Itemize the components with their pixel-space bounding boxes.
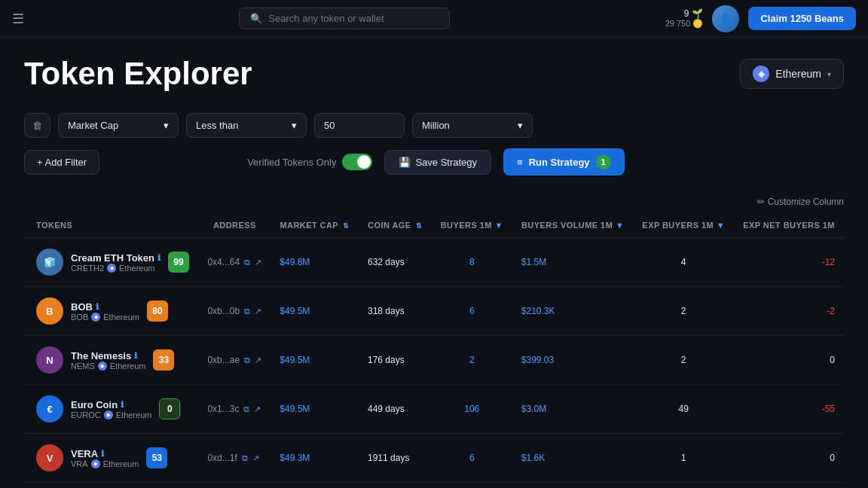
token-address: 0x1...3c ⧉ ↗ (198, 385, 270, 434)
unit-chevron: ▾ (518, 120, 523, 131)
table-row: 🧊 Cream ETH Token ℹ CRETH2 ◆ Ethereum 99 (24, 238, 844, 287)
info-icon[interactable]: ℹ (157, 253, 160, 263)
col-buyers[interactable]: BUYERS 1M ▼ (432, 213, 512, 238)
external-link-icon[interactable]: ↗ (254, 404, 261, 414)
add-filter-button[interactable]: + Add Filter (24, 150, 99, 175)
external-link-icon[interactable]: ↗ (255, 258, 261, 267)
condition-chevron: ▾ (292, 120, 297, 131)
info-icon[interactable]: ℹ (121, 400, 124, 410)
network-label: Ethereum (775, 68, 821, 80)
value-input[interactable] (314, 113, 405, 138)
search-icon: 🔍 (250, 13, 262, 24)
token-symbol: NEMS ◆ Ethereum (71, 361, 145, 371)
net-buyers-value: 0 (734, 336, 844, 385)
token-name: Cream ETH Token ℹ (71, 252, 160, 264)
copy-icon[interactable]: ⧉ (244, 307, 250, 316)
page-title: Token Explorer (24, 56, 252, 92)
eth-network-icon: ◆ (98, 361, 107, 371)
external-link-icon[interactable]: ↗ (255, 355, 261, 365)
table-row: N The Nemesis ℹ NEMS ◆ Ethereum 33 0xb (24, 336, 844, 385)
run-strategy-button[interactable]: ≡ Run Strategy 1 (503, 148, 625, 175)
coin-age-value: 449 days (359, 385, 432, 434)
token-cell: N The Nemesis ℹ NEMS ◆ Ethereum 33 (24, 336, 198, 385)
verified-toggle[interactable] (342, 154, 372, 170)
token-score: 0 (159, 398, 180, 419)
col-coin-age: COIN AGE ⇅ (359, 213, 432, 238)
token-name: Euro Coin ℹ (71, 399, 151, 410)
copy-icon[interactable]: ⧉ (243, 404, 249, 414)
token-name-wrap: BOB ℹ BOB ◆ Ethereum (71, 301, 139, 322)
token-logo: N (36, 346, 63, 374)
beans-count: 9 🌱 (684, 8, 704, 19)
copy-icon[interactable]: ⧉ (244, 355, 250, 365)
table-header-row: TOKENS ADDRESS MARKET CAP ⇅ COIN AGE ⇅ B… (24, 213, 844, 238)
token-name-wrap: VERA ℹ VRA ◆ Ethereum (71, 448, 139, 468)
table-row: B BOB ℹ BOB ◆ Ethereum 80 0xb...0b (24, 287, 844, 336)
address-value: 0xb...0b (207, 306, 240, 316)
condition-label: Less than (196, 120, 238, 131)
col-buyers-vol[interactable]: BUYERS VOLUME 1M ▼ (512, 213, 633, 238)
beans-points: 29 750 🪙 (665, 19, 704, 29)
buyers-value: 6 (432, 434, 512, 483)
token-cell: € Euro Coin ℹ EUROC ◆ Ethereum 0 (24, 385, 198, 434)
claim-button[interactable]: Claim 1250 Beans (748, 7, 856, 30)
header: ☰ 🔍 9 🌱 29 750 🪙 👤 Claim 1250 Beans (0, 0, 868, 38)
points-icon: 🪙 (692, 19, 703, 28)
token-score: 80 (147, 300, 168, 322)
eth-network-icon: ◆ (91, 313, 100, 322)
delete-filter-button[interactable]: 🗑 (24, 113, 50, 138)
market-cap-value: $49.5M (270, 336, 359, 385)
unit-filter[interactable]: Million ▾ (412, 113, 533, 138)
token-logo: B (36, 297, 63, 325)
run-label: Run Strategy (529, 157, 590, 168)
market-cap-filter[interactable]: Market Cap ▾ (58, 113, 179, 138)
exp-buyers-value: 4 (633, 238, 734, 287)
token-symbol: VRA ◆ Ethereum (71, 459, 139, 468)
avatar[interactable]: 👤 (712, 5, 739, 32)
token-cell: 🧊 Cream ETH Token ℹ CRETH2 ◆ Ethereum 99 (24, 238, 198, 287)
buyers-value: 6 (432, 287, 512, 336)
external-link-icon[interactable]: ↗ (255, 307, 261, 316)
token-name-wrap: Euro Coin ℹ EUROC ◆ Ethereum (71, 399, 151, 419)
customize-columns-button[interactable]: ✏ Customize Column (24, 197, 844, 207)
header-left: ☰ (12, 11, 24, 27)
eth-network-icon: ◆ (91, 459, 100, 468)
market-cap-value: $49.8M (270, 238, 359, 287)
coin-age-value: 1911 days (359, 434, 432, 483)
address-value: 0x4...64 (207, 257, 240, 267)
bean-icon: 🌱 (692, 8, 703, 19)
info-icon[interactable]: ℹ (101, 449, 104, 459)
network-selector[interactable]: ◆ Ethereum ▾ (740, 59, 844, 89)
copy-icon[interactable]: ⧉ (244, 258, 250, 267)
verified-toggle-wrap: Verified Tokens Only (247, 154, 372, 170)
address-value: 0xb...ae (207, 355, 240, 365)
token-name: The Nemesis ℹ (71, 350, 145, 361)
market-cap-value: $49.5M (270, 287, 359, 336)
col-exp-buyers[interactable]: EXP BUYERS 1M ▼ (633, 213, 734, 238)
net-buyers-value: 0 (734, 434, 844, 483)
buyers-volume-value: $3.0M (512, 385, 633, 434)
main-content: Token Explorer ◆ Ethereum ▾ 🗑 Market Cap… (0, 38, 868, 488)
exp-buyers-value: 2 (633, 287, 734, 336)
info-icon[interactable]: ℹ (96, 302, 99, 312)
token-address: 0xb...0b ⧉ ↗ (198, 287, 270, 336)
token-symbol: BOB ◆ Ethereum (71, 313, 139, 322)
token-name-wrap: Cream ETH Token ℹ CRETH2 ◆ Ethereum (71, 252, 160, 273)
verified-label: Verified Tokens Only (247, 157, 336, 168)
eth-network-icon: ◆ (104, 410, 113, 419)
external-link-icon[interactable]: ↗ (252, 453, 259, 463)
menu-icon[interactable]: ☰ (12, 11, 24, 27)
buyers-value: 2 (432, 336, 512, 385)
save-strategy-button[interactable]: 💾 Save Strategy (384, 150, 491, 175)
save-label: Save Strategy (415, 157, 477, 168)
token-address: 0xb...ae ⧉ ↗ (198, 336, 270, 385)
copy-icon[interactable]: ⧉ (242, 453, 248, 463)
unit-label: Million (422, 120, 450, 131)
col-net-buyers[interactable]: EXP NET BUYERS 1M (734, 213, 844, 238)
condition-filter[interactable]: Less than ▾ (186, 113, 307, 138)
coin-age-value: 318 days (359, 287, 432, 336)
token-logo: V (36, 444, 63, 471)
token-address: 0x4...64 ⧉ ↗ (198, 238, 270, 287)
search-input[interactable] (268, 13, 439, 24)
info-icon[interactable]: ℹ (134, 351, 137, 361)
